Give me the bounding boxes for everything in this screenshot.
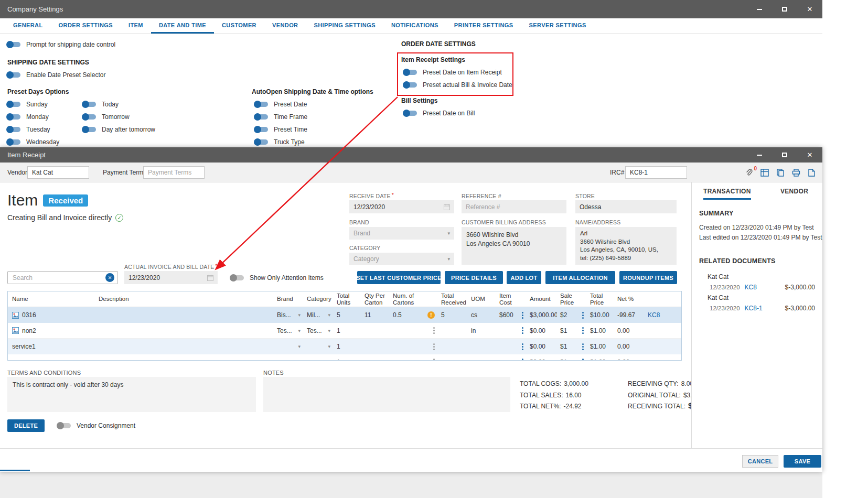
payment-terms-input[interactable] bbox=[143, 166, 205, 179]
brand-cell-select[interactable]: Bis...▾ bbox=[274, 307, 304, 323]
related-document-link[interactable]: KC8 bbox=[645, 307, 681, 323]
kebab-menu-icon[interactable] bbox=[522, 343, 523, 350]
clear-search-icon[interactable]: ✕ bbox=[105, 273, 114, 282]
table-row[interactable]: 0316 Bis...▾ Mil...▾ 5 11 0.5! 5 cs $600… bbox=[8, 307, 681, 323]
tab-general[interactable]: GENERAL bbox=[5, 18, 51, 34]
col-header-total-price[interactable]: Total Price bbox=[587, 291, 614, 307]
col-header-description[interactable]: Description bbox=[95, 291, 274, 307]
related-doc-link[interactable]: KC8 bbox=[745, 284, 757, 291]
kebab-menu-icon[interactable] bbox=[522, 327, 523, 334]
actual-date-input[interactable]: 12/23/2020 bbox=[124, 271, 218, 284]
roundup-items-button[interactable]: ROUNDUP ITEMS bbox=[619, 271, 677, 284]
tab-vendor[interactable]: VENDOR bbox=[780, 188, 808, 198]
tab-order-settings[interactable]: ORDER SETTINGS bbox=[51, 18, 121, 34]
table-row[interactable]: ▾ ▾ 1 $0.00 $1 $1.00 0.00 bbox=[8, 354, 681, 361]
terms-textarea[interactable]: This is contract only - void after 30 da… bbox=[7, 377, 256, 412]
cancel-button[interactable]: CANCEL bbox=[742, 455, 778, 468]
kebab-menu-icon[interactable] bbox=[582, 327, 584, 334]
truck-type-toggle[interactable] bbox=[255, 139, 268, 145]
set-last-customer-price-button[interactable]: SET LAST CUSTOMER PRICE bbox=[357, 271, 441, 284]
preset-date-toggle[interactable] bbox=[255, 102, 268, 107]
copy-document-icon[interactable] bbox=[777, 169, 784, 177]
warning-icon[interactable]: ! bbox=[427, 311, 435, 319]
sunday-toggle[interactable] bbox=[7, 102, 20, 107]
monday-toggle[interactable] bbox=[7, 114, 20, 120]
minimize-icon[interactable] bbox=[747, 0, 772, 18]
billing-address-box[interactable]: 3660 Wilshire Blvd Los Angeles CA 90010 bbox=[462, 227, 566, 265]
kebab-menu-icon[interactable] bbox=[433, 359, 435, 361]
kebab-menu-icon[interactable] bbox=[433, 327, 435, 334]
tab-notifications[interactable]: NOTIFICATIONS bbox=[383, 18, 446, 34]
item-image-icon[interactable] bbox=[12, 312, 19, 319]
tab-vendor[interactable]: VENDOR bbox=[264, 18, 306, 34]
related-doc-link[interactable]: KC8-1 bbox=[745, 305, 763, 312]
time-frame-toggle[interactable] bbox=[255, 114, 268, 120]
document-icon[interactable] bbox=[808, 169, 815, 177]
kebab-menu-icon[interactable] bbox=[582, 312, 584, 319]
add-lot-button[interactable]: ADD LOT bbox=[507, 271, 541, 284]
tab-customer[interactable]: CUSTOMER bbox=[214, 18, 264, 34]
kebab-menu-icon[interactable] bbox=[522, 312, 523, 319]
prompt-shipping-toggle[interactable] bbox=[7, 42, 20, 47]
col-header-net[interactable]: Net % bbox=[614, 291, 645, 307]
tuesday-toggle[interactable] bbox=[7, 127, 20, 132]
tab-shipping-settings[interactable]: SHIPPING SETTINGS bbox=[306, 18, 383, 34]
enable-date-preset-toggle[interactable] bbox=[7, 72, 20, 78]
category-select[interactable]: Category ▾ bbox=[349, 253, 454, 265]
col-header-total-received[interactable]: Total Received bbox=[438, 291, 468, 307]
print-icon[interactable] bbox=[792, 169, 800, 177]
col-header-name[interactable]: Name bbox=[8, 291, 95, 307]
search-input[interactable] bbox=[7, 271, 118, 284]
ledger-icon[interactable] bbox=[760, 169, 769, 177]
category-cell-select[interactable]: ▾ bbox=[304, 354, 334, 361]
item-image-icon[interactable] bbox=[12, 327, 19, 334]
maximize-icon[interactable] bbox=[772, 0, 797, 18]
tab-date-and-time[interactable]: DATE AND TIME bbox=[151, 18, 214, 34]
col-header-brand[interactable]: Brand bbox=[274, 291, 304, 307]
vendor-input[interactable] bbox=[27, 166, 89, 179]
receive-date-input[interactable]: 12/23/2020 bbox=[349, 200, 454, 213]
close-icon[interactable]: ✕ bbox=[797, 0, 822, 18]
irc-input[interactable] bbox=[625, 166, 687, 179]
brand-cell-select[interactable]: Tes...▾ bbox=[274, 323, 304, 338]
preset-date-item-receipt-toggle[interactable] bbox=[404, 70, 417, 75]
save-button[interactable]: SAVE bbox=[784, 455, 821, 468]
store-input[interactable]: Odessa bbox=[575, 200, 677, 213]
col-header-uom[interactable]: UOM bbox=[468, 291, 496, 307]
kebab-menu-icon[interactable] bbox=[433, 343, 435, 350]
reference-input[interactable] bbox=[462, 200, 566, 213]
col-header-category[interactable]: Category bbox=[304, 291, 334, 307]
brand-select[interactable]: Brand ▾ bbox=[349, 227, 454, 240]
category-cell-select[interactable]: Mil...▾ bbox=[304, 307, 334, 323]
tab-server-settings[interactable]: SERVER SETTINGS bbox=[521, 18, 594, 34]
item-allocation-button[interactable]: ITEM ALLOCATION bbox=[545, 271, 615, 284]
col-header-total-units[interactable]: Total Units bbox=[334, 291, 361, 307]
tomorrow-toggle[interactable] bbox=[83, 114, 96, 120]
brand-cell-select[interactable]: ▾ bbox=[274, 339, 304, 354]
kebab-menu-icon[interactable] bbox=[522, 359, 523, 361]
preset-actual-bill-toggle[interactable] bbox=[404, 82, 417, 88]
close-icon[interactable]: ✕ bbox=[797, 147, 822, 163]
show-attention-items-toggle[interactable] bbox=[231, 275, 244, 280]
price-details-button[interactable]: PRICE DETAILS bbox=[445, 271, 503, 284]
maximize-icon[interactable] bbox=[772, 147, 797, 163]
col-header-num-of-cartons[interactable]: Num. of Cartons bbox=[390, 291, 438, 307]
kebab-menu-icon[interactable] bbox=[582, 359, 584, 361]
delete-button[interactable]: DELETE bbox=[7, 419, 45, 432]
col-header-amount[interactable]: Amount bbox=[527, 291, 557, 307]
category-cell-select[interactable]: ▾ bbox=[304, 339, 334, 354]
table-row[interactable]: non2 Tes...▾ Tes...▾ 1 in $0.00 $1 $1.00… bbox=[8, 323, 681, 339]
tab-item[interactable]: ITEM bbox=[121, 18, 151, 34]
preset-time-toggle[interactable] bbox=[255, 127, 268, 132]
col-header-item-cost[interactable]: Item Cost bbox=[496, 291, 527, 307]
col-header-sale-price[interactable]: Sale Price bbox=[557, 291, 587, 307]
name-address-box[interactable]: Ari 3660 Wilshire Blvd Los Angeles, CA, … bbox=[575, 227, 677, 265]
tab-transaction[interactable]: TRANSACTION bbox=[703, 188, 751, 200]
kebab-menu-icon[interactable] bbox=[582, 343, 584, 350]
wednesday-toggle[interactable] bbox=[7, 139, 20, 145]
preset-date-bill-toggle[interactable] bbox=[404, 111, 417, 116]
tab-printer-settings[interactable]: PRINTER SETTINGS bbox=[446, 18, 521, 34]
category-cell-select[interactable]: Tes...▾ bbox=[304, 323, 334, 338]
today-toggle[interactable] bbox=[83, 102, 96, 107]
col-header-qty-per-carton[interactable]: Qty Per Carton bbox=[361, 291, 390, 307]
